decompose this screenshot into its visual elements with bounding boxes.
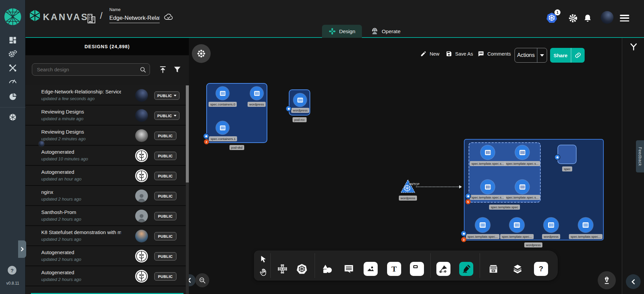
notifications-bell-icon[interactable] bbox=[583, 14, 592, 23]
pen-path-tool[interactable] bbox=[436, 262, 450, 276]
shapes-tool[interactable] bbox=[320, 262, 334, 276]
archive-tool[interactable] bbox=[486, 262, 500, 276]
menu-hamburger-icon[interactable] bbox=[620, 15, 629, 21]
dashboard-icon[interactable] bbox=[8, 36, 17, 45]
visibility-badge[interactable]: PUBLIC bbox=[154, 152, 176, 160]
meshery-logo[interactable] bbox=[4, 8, 21, 25]
save-as-button[interactable]: Save As bbox=[446, 51, 473, 57]
container-node[interactable] bbox=[216, 87, 229, 100]
deployment-error-badge[interactable]: 3 bbox=[461, 237, 466, 242]
pan-tool[interactable] bbox=[256, 265, 270, 279]
kanvas-hexagon-icon[interactable] bbox=[8, 113, 17, 122]
meshery-catalog-icon[interactable] bbox=[8, 92, 17, 101]
spec-node[interactable] bbox=[557, 145, 577, 164]
filter-icon[interactable] bbox=[173, 65, 181, 74]
design-list-item[interactable]: Reviewing Designs updated a minute ago P… bbox=[25, 105, 186, 126]
service-edge[interactable] bbox=[416, 187, 460, 187]
visibility-badge[interactable]: PUBLIC bbox=[154, 132, 176, 140]
visibility-badge[interactable]: PUBLIC bbox=[154, 91, 179, 100]
design-name-input[interactable] bbox=[109, 14, 160, 23]
container-node[interactable] bbox=[250, 87, 263, 100]
design-author-avatar[interactable] bbox=[135, 89, 148, 102]
design-list-item[interactable]: Autogenerated updated 10 minutes ago PUB… bbox=[25, 146, 186, 166]
help-tool[interactable]: ? bbox=[534, 262, 548, 276]
feedback-tab[interactable]: Feedback bbox=[636, 140, 644, 172]
text-tool[interactable]: T bbox=[387, 262, 401, 276]
pod-rcc-status-badge[interactable] bbox=[286, 106, 291, 111]
design-list-item[interactable]: Autogenerated updated 2 hours ago PUBLIC bbox=[25, 266, 186, 286]
share-split-button[interactable]: Share bbox=[550, 48, 585, 63]
import-design-icon[interactable] bbox=[159, 65, 167, 74]
lifecycle-gears-icon[interactable] bbox=[8, 50, 17, 58]
container-node[interactable] bbox=[481, 145, 495, 159]
design-list-item[interactable]: Reviewing Designs updated 2 minutes ago … bbox=[25, 126, 186, 146]
comments-button[interactable]: Comments bbox=[478, 51, 511, 57]
pod-template-error-badge[interactable]: 5 bbox=[466, 199, 471, 204]
design-author-avatar[interactable] bbox=[135, 210, 148, 222]
container-node[interactable] bbox=[578, 218, 593, 232]
spec-status-badge[interactable] bbox=[555, 155, 560, 160]
pod-template-node[interactable]: spec.template.spec.s... spec.template.sp… bbox=[469, 142, 541, 203]
design-author-avatar[interactable] bbox=[135, 230, 148, 242]
comment-tool[interactable] bbox=[342, 262, 356, 276]
design-search-box[interactable] bbox=[32, 63, 150, 76]
pod-skd-error-badge[interactable]: 2 bbox=[204, 139, 209, 144]
design-list-item[interactable]: Autogenerated updated an hour ago PUBLIC bbox=[25, 166, 186, 186]
design-mode-pen-button[interactable] bbox=[598, 271, 616, 289]
visibility-badge[interactable]: PUBLIC bbox=[154, 212, 176, 220]
visibility-badge[interactable]: PUBLIC bbox=[154, 252, 176, 261]
kanvas-logo-icon[interactable] bbox=[29, 9, 41, 22]
visibility-badge[interactable]: PUBLIC bbox=[154, 172, 176, 180]
select-tool[interactable] bbox=[256, 252, 270, 266]
pod-template-status-badge[interactable] bbox=[466, 194, 471, 199]
flow-merge-icon[interactable] bbox=[630, 43, 637, 51]
design-author-avatar[interactable] bbox=[135, 190, 148, 202]
container-node[interactable] bbox=[509, 218, 524, 232]
freehand-draw-tool[interactable] bbox=[459, 262, 473, 276]
visibility-badge[interactable]: PUBLIC bbox=[154, 232, 176, 240]
tab-operate[interactable]: Operate bbox=[364, 25, 407, 38]
container-node[interactable] bbox=[481, 180, 495, 194]
design-author-avatar[interactable] bbox=[135, 270, 148, 283]
container-node[interactable] bbox=[515, 180, 529, 194]
design-author-avatar[interactable] bbox=[135, 169, 148, 182]
collapse-right-button[interactable] bbox=[626, 274, 641, 289]
design-list-item[interactable]: K8 Statefulset demonstration with mo upd… bbox=[25, 226, 186, 246]
deployment-status-badge[interactable] bbox=[461, 231, 466, 236]
tab-design[interactable]: Design bbox=[322, 25, 362, 38]
design-list-item[interactable]: nginx updated 2 hours ago PUBLIC bbox=[25, 186, 186, 206]
design-list-item[interactable]: Autogenerated updated 2 hours ago PUBLIC bbox=[25, 246, 186, 266]
components-tool[interactable] bbox=[275, 262, 289, 276]
organization-icon[interactable] bbox=[86, 13, 96, 24]
design-canvas[interactable]: New Save As Comments Actions Share 80/TC… bbox=[189, 38, 622, 294]
pod-skd-status-badge[interactable] bbox=[204, 134, 209, 139]
expand-rail-button[interactable] bbox=[18, 240, 26, 258]
zoom-control-button[interactable] bbox=[195, 273, 209, 287]
service-node[interactable] bbox=[399, 178, 416, 194]
design-author-avatar[interactable] bbox=[135, 149, 148, 162]
design-author-avatar[interactable] bbox=[135, 109, 148, 122]
container-node[interactable] bbox=[216, 121, 229, 134]
design-search-input[interactable] bbox=[37, 67, 140, 72]
image-tool[interactable] bbox=[364, 262, 378, 276]
visibility-badge[interactable]: PUBLIC bbox=[154, 112, 179, 120]
frame-tool[interactable] bbox=[410, 262, 424, 276]
design-author-avatar[interactable] bbox=[135, 129, 148, 142]
container-node[interactable] bbox=[544, 218, 558, 232]
pod-rcc-node[interactable]: wordpress bbox=[289, 89, 310, 116]
actions-caret-button[interactable] bbox=[537, 54, 547, 57]
container-node[interactable] bbox=[515, 145, 529, 159]
visibility-badge[interactable]: PUBLIC bbox=[154, 192, 176, 200]
pod-skd-node[interactable]: spec.containers.0 wordpress spec.contain… bbox=[206, 83, 267, 143]
help-button[interactable]: ? bbox=[8, 266, 16, 275]
layers-tool[interactable] bbox=[511, 262, 525, 276]
actions-split-button[interactable]: Actions bbox=[515, 48, 547, 63]
container-node[interactable] bbox=[293, 93, 307, 106]
user-avatar[interactable] bbox=[601, 11, 613, 24]
designs-scrollbar-thumb[interactable] bbox=[186, 85, 189, 182]
container-node[interactable] bbox=[475, 218, 490, 232]
design-list-item[interactable]: Edge-Network-Relationship: Service updat… bbox=[25, 85, 186, 105]
meshery-canvas-button[interactable] bbox=[192, 44, 211, 63]
deployment-node[interactable]: spec.template.spec.s... spec.template.sp… bbox=[464, 139, 604, 240]
design-list-item[interactable]: Santhosh-Prom updated 2 hours ago PUBLIC bbox=[25, 206, 186, 226]
